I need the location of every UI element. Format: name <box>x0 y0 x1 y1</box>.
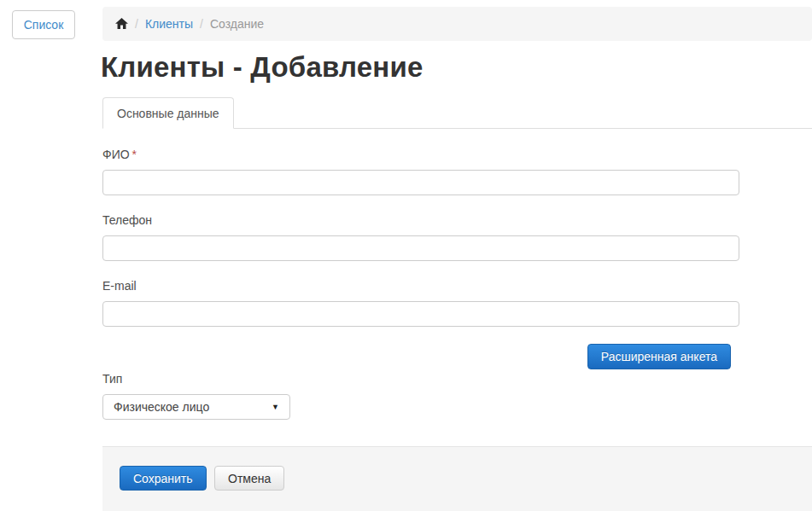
home-icon[interactable] <box>115 18 128 30</box>
extended-form-button[interactable]: Расширенная анкета <box>587 344 731 369</box>
type-label: Тип <box>102 371 739 386</box>
type-select-value: Физическое лицо <box>114 400 209 414</box>
breadcrumb-current: Создание <box>210 17 264 31</box>
fio-label: ФИО* <box>102 147 739 162</box>
field-group-email: E-mail <box>102 278 739 327</box>
breadcrumb-separator: / <box>200 17 203 31</box>
breadcrumb: / Клиенты / Создание <box>102 7 812 41</box>
save-button[interactable]: Сохранить <box>120 466 207 491</box>
required-marker: * <box>132 148 137 161</box>
tab-bar: Основные данные <box>102 97 812 129</box>
fio-input[interactable] <box>102 170 739 195</box>
cancel-button[interactable]: Отмена <box>214 466 284 491</box>
fio-label-text: ФИО <box>102 148 130 161</box>
email-label: E-mail <box>102 278 739 293</box>
phone-input[interactable] <box>102 235 739 261</box>
phone-label: Телефон <box>102 212 739 228</box>
field-group-phone: Телефон <box>102 212 739 261</box>
list-button[interactable]: Список <box>12 10 75 39</box>
page-title: Клиенты - Добавление <box>101 51 423 84</box>
email-input[interactable] <box>102 301 739 327</box>
page: Список / Клиенты / Создание Клиенты - До… <box>0 0 812 511</box>
type-select[interactable]: Физическое лицо ▼ <box>102 394 290 420</box>
select-caret-icon: ▼ <box>272 403 279 411</box>
breadcrumb-separator: / <box>135 17 138 31</box>
breadcrumb-link-clients[interactable]: Клиенты <box>145 17 193 31</box>
form-footer: Сохранить Отмена <box>102 446 812 511</box>
client-form: ФИО* Телефон E-mail Расширенная анкета Т… <box>102 147 739 437</box>
extended-button-row: Расширенная анкета <box>102 344 739 369</box>
field-group-type: Тип Физическое лицо ▼ <box>102 371 739 420</box>
field-group-fio: ФИО* <box>102 147 739 195</box>
tab-main-data[interactable]: Основные данные <box>102 97 234 129</box>
